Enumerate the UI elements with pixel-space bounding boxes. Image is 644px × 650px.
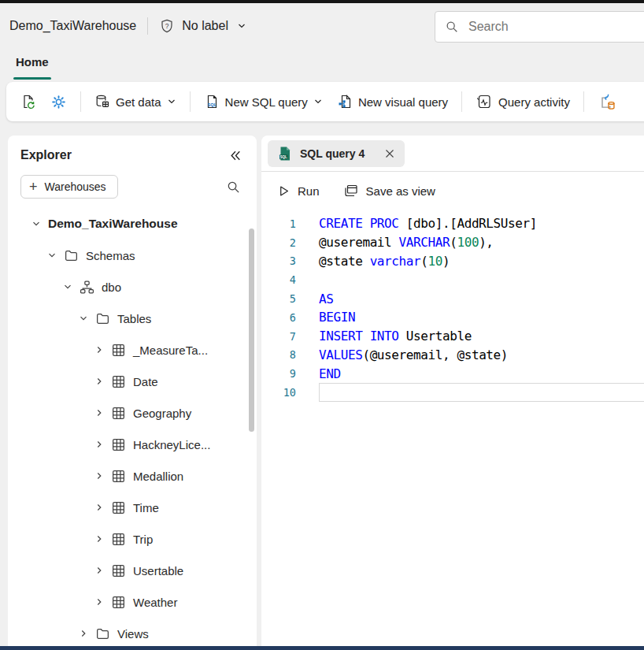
tree-item-measureta[interactable]: _MeasureTa...: [8, 334, 257, 366]
code-line-8[interactable]: 8VALUES(@useremail, @state): [261, 346, 644, 365]
chevron-right-icon[interactable]: [79, 629, 88, 638]
chevron-right-icon[interactable]: [94, 345, 104, 355]
settings-gear-icon: [50, 94, 67, 110]
save-as-view-label: Save as view: [366, 184, 435, 198]
tree-item-demo-taxiwarehouse[interactable]: Demo_TaxiWarehouse: [8, 208, 257, 240]
explorer-search-button[interactable]: [226, 180, 241, 195]
code-line-2[interactable]: 2@useremail VARCHAR(100),: [261, 233, 644, 252]
code-line-10[interactable]: 10: [261, 383, 644, 402]
global-search[interactable]: [435, 11, 644, 43]
table-icon: [111, 469, 126, 484]
chevron-right-icon[interactable]: [94, 566, 104, 575]
tree-item-label: Date: [133, 375, 158, 388]
folder-icon: [95, 626, 110, 641]
line-number: 8: [261, 348, 296, 361]
add-warehouses-button[interactable]: + Warehouses: [20, 175, 118, 199]
ribbon-tabs: Home: [0, 49, 52, 80]
tree-item-hackneylice[interactable]: HackneyLice...: [8, 429, 257, 460]
tree-item-weather[interactable]: Weather: [8, 586, 257, 618]
get-data-button[interactable]: Get data: [88, 89, 183, 114]
tree-item-dbo[interactable]: dbo: [8, 271, 257, 303]
code-line-9[interactable]: 9END: [261, 364, 644, 383]
tree-item-geography[interactable]: Geography: [8, 397, 257, 429]
line-number: 1: [261, 217, 296, 230]
new-visual-query-button[interactable]: New visual query: [331, 89, 454, 114]
chevron-down-icon: [167, 97, 176, 106]
code-line-3[interactable]: 3@state varchar(10): [261, 252, 644, 271]
collapse-panel-button[interactable]: [229, 149, 242, 162]
table-icon: [111, 437, 126, 452]
line-number: 2: [261, 236, 296, 249]
chevron-right-icon[interactable]: [94, 377, 104, 386]
line-number: 4: [261, 273, 296, 286]
explorer-title: Explorer: [20, 148, 72, 162]
table-icon: [111, 532, 126, 547]
table-icon: [111, 595, 126, 610]
chevron-down-icon[interactable]: [79, 314, 88, 323]
database-icon: [94, 94, 110, 110]
close-tab-icon[interactable]: [384, 148, 395, 159]
save-as-view-button[interactable]: Save as view: [343, 183, 435, 199]
query-editor-panel: SQL SQL query 4 Run Save as: [261, 136, 644, 646]
chevron-down-icon: [313, 97, 323, 106]
warehouse-title: Demo_TaxiWarehouse: [9, 19, 136, 33]
ribbon-toolbar: Get data SQL New SQL query: [6, 82, 644, 121]
chevron-down-icon[interactable]: [31, 219, 41, 228]
chevron-down-icon[interactable]: [63, 282, 72, 292]
table-icon: [111, 563, 126, 578]
chevron-right-icon[interactable]: [94, 597, 104, 607]
run-button[interactable]: Run: [277, 184, 320, 198]
code-line-7[interactable]: 7INSERT INTO Usertable: [261, 327, 644, 346]
sensitivity-label-text: No label: [182, 19, 228, 33]
tree-item-views[interactable]: Views: [8, 618, 257, 646]
tab-sql-query-4[interactable]: SQL SQL query 4: [268, 140, 405, 167]
chevron-right-icon[interactable]: [94, 408, 104, 418]
settings-button[interactable]: [44, 89, 73, 115]
tree-item-label: Usertable: [133, 564, 183, 578]
tree-item-time[interactable]: Time: [8, 492, 257, 523]
chevron-down-icon[interactable]: [47, 251, 57, 260]
sensitivity-label-control[interactable]: ? No label: [159, 18, 246, 34]
tree-item-usertable[interactable]: Usertable: [8, 555, 257, 586]
tree-item-label: Demo_TaxiWarehouse: [48, 217, 178, 231]
search-input[interactable]: [467, 19, 585, 35]
chevron-right-icon[interactable]: [94, 440, 104, 449]
query-activity-button[interactable]: Query activity: [469, 89, 576, 114]
toolbar-divider: [461, 91, 462, 112]
activity-icon: [476, 94, 493, 110]
import-data-button[interactable]: [591, 88, 623, 115]
explorer-scrollbar[interactable]: [249, 228, 254, 432]
chevron-right-icon[interactable]: [94, 503, 104, 512]
new-sql-query-button[interactable]: SQL New SQL query: [198, 89, 329, 114]
chevron-down-icon: [237, 21, 246, 31]
tree-item-medallion[interactable]: Medallion: [8, 460, 257, 492]
code-line-4[interactable]: 4: [261, 270, 644, 289]
code-line-5[interactable]: 5AS: [261, 289, 644, 308]
tree-item-trip[interactable]: Trip: [8, 523, 257, 555]
tree-item-tables[interactable]: Tables: [8, 303, 257, 334]
code-text: @useremail VARCHAR(100),: [319, 235, 494, 250]
windows-stack-icon: [343, 183, 359, 199]
table-icon: [111, 500, 126, 515]
visual-query-icon: [337, 94, 353, 110]
code-line-6[interactable]: 6BEGIN: [261, 308, 644, 327]
refresh-document-icon: [20, 94, 36, 110]
chevron-right-icon[interactable]: [94, 534, 104, 544]
tree-item-label: Schemas: [86, 249, 135, 262]
object-tree: Demo_TaxiWarehouseSchemasdboTables_Measu…: [8, 203, 257, 646]
tree-item-label: Time: [133, 501, 159, 514]
tab-home[interactable]: Home: [13, 49, 52, 80]
tree-item-schemas[interactable]: Schemas: [8, 240, 257, 271]
sql-code-editor[interactable]: 1CREATE PROC [dbo].[AddRLSUser]2@userema…: [261, 210, 644, 402]
code-line-1[interactable]: 1CREATE PROC [dbo].[AddRLSUser]: [261, 214, 644, 233]
new-visual-query-label: New visual query: [358, 95, 448, 109]
refresh-button[interactable]: [14, 89, 43, 114]
line-number: 3: [261, 254, 296, 267]
chevron-right-icon[interactable]: [94, 471, 104, 481]
line-number: 6: [261, 311, 296, 324]
tree-item-label: Views: [117, 627, 149, 641]
app-header: Demo_TaxiWarehouse ? No label: [0, 3, 644, 49]
tree-item-date[interactable]: Date: [8, 366, 257, 397]
table-icon: [111, 374, 126, 389]
query-toolbar: Run Save as view: [261, 172, 644, 210]
